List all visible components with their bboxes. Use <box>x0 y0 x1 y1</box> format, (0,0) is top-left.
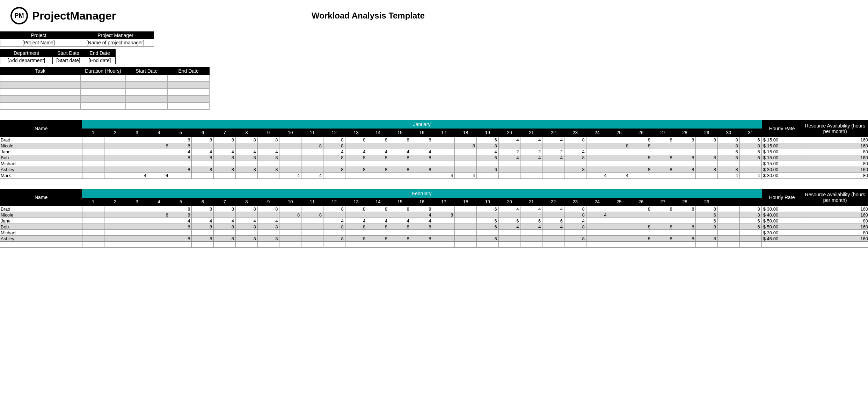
workload-hours-cell[interactable] <box>279 137 301 143</box>
workload-hours-cell[interactable] <box>104 161 126 167</box>
workload-hours-cell[interactable] <box>696 149 718 155</box>
task-cell[interactable] <box>168 82 210 89</box>
workload-hours-cell[interactable] <box>148 137 170 143</box>
workload-hours-cell[interactable]: 8 <box>214 155 236 161</box>
workload-hours-cell[interactable] <box>608 137 630 143</box>
workload-hours-cell[interactable] <box>564 230 586 236</box>
workload-hours-cell[interactable] <box>126 212 148 218</box>
workload-hours-cell[interactable] <box>718 218 740 224</box>
workload-hours-cell[interactable] <box>455 218 477 224</box>
workload-hours-cell[interactable]: 8 <box>257 224 279 230</box>
workload-hours-cell[interactable] <box>477 242 499 248</box>
workload-hours-cell[interactable] <box>520 161 542 167</box>
workload-hours-cell[interactable] <box>104 137 126 143</box>
workload-hours-cell[interactable] <box>630 149 652 155</box>
task-cell[interactable] <box>126 75 168 82</box>
workload-hours-cell[interactable] <box>739 161 761 167</box>
workload-hours-cell[interactable]: 4 <box>542 206 564 212</box>
workload-hours-cell[interactable] <box>718 224 740 230</box>
workload-hours-cell[interactable] <box>323 212 345 218</box>
workload-hours-cell[interactable]: 8 <box>367 206 389 212</box>
workload-hours-cell[interactable] <box>586 161 608 167</box>
workload-hours-cell[interactable] <box>696 173 718 178</box>
workload-hours-cell[interactable]: 8 <box>652 206 674 212</box>
workload-hours-cell[interactable]: 6 <box>520 218 542 224</box>
workload-availability-cell[interactable]: 80 <box>802 218 868 224</box>
workload-name-cell[interactable]: Brad <box>0 137 82 143</box>
workload-hours-cell[interactable]: 8 <box>367 137 389 143</box>
workload-hours-cell[interactable] <box>257 212 279 218</box>
workload-hours-cell[interactable] <box>520 242 542 248</box>
workload-hours-cell[interactable] <box>674 149 696 155</box>
workload-hours-cell[interactable]: 8 <box>214 167 236 173</box>
workload-availability-cell[interactable] <box>802 242 868 248</box>
workload-hours-cell[interactable] <box>345 242 367 248</box>
workload-hours-cell[interactable] <box>411 242 433 248</box>
workload-hours-cell[interactable] <box>235 143 257 149</box>
workload-hours-cell[interactable] <box>586 167 608 173</box>
workload-hours-cell[interactable]: 8 <box>652 167 674 173</box>
workload-hours-cell[interactable]: 8 <box>257 137 279 143</box>
workload-rate-cell[interactable]: $ 30.00 <box>761 167 802 173</box>
workload-hours-cell[interactable] <box>652 218 674 224</box>
workload-hours-cell[interactable]: 8 <box>608 143 630 149</box>
workload-hours-cell[interactable] <box>498 173 520 178</box>
workload-hours-cell[interactable] <box>586 155 608 161</box>
workload-hours-cell[interactable]: 4 <box>192 149 214 155</box>
workload-rate-cell[interactable]: $ 50.00 <box>761 218 802 224</box>
workload-hours-cell[interactable]: 8 <box>214 206 236 212</box>
workload-hours-cell[interactable] <box>433 236 455 242</box>
workload-hours-cell[interactable] <box>608 161 630 167</box>
workload-hours-cell[interactable] <box>192 161 214 167</box>
workload-hours-cell[interactable] <box>520 212 542 218</box>
workload-hours-cell[interactable] <box>564 143 586 149</box>
workload-availability-cell[interactable]: 160 <box>802 155 868 161</box>
workload-hours-cell[interactable] <box>192 212 214 218</box>
workload-hours-cell[interactable] <box>498 242 520 248</box>
workload-hours-cell[interactable]: 8 <box>301 143 323 149</box>
workload-hours-cell[interactable] <box>301 149 323 155</box>
workload-hours-cell[interactable]: 8 <box>389 155 411 161</box>
workload-hours-cell[interactable] <box>214 161 236 167</box>
workload-hours-cell[interactable] <box>126 161 148 167</box>
workload-hours-cell[interactable]: 8 <box>214 224 236 230</box>
workload-hours-cell[interactable] <box>389 173 411 178</box>
workload-hours-cell[interactable]: 8 <box>696 224 718 230</box>
workload-hours-cell[interactable]: 8 <box>214 236 236 242</box>
workload-hours-cell[interactable] <box>411 143 433 149</box>
workload-hours-cell[interactable] <box>718 161 740 167</box>
workload-hours-cell[interactable]: 8 <box>345 155 367 161</box>
workload-hours-cell[interactable]: 8 <box>170 137 192 143</box>
workload-hours-cell[interactable] <box>455 212 477 218</box>
workload-hours-cell[interactable] <box>674 212 696 218</box>
workload-hours-cell[interactable] <box>608 149 630 155</box>
workload-hours-cell[interactable] <box>739 167 761 173</box>
workload-hours-cell[interactable]: 8 <box>389 206 411 212</box>
workload-hours-cell[interactable] <box>279 230 301 236</box>
workload-hours-cell[interactable] <box>411 173 433 178</box>
workload-hours-cell[interactable] <box>148 167 170 173</box>
workload-hours-cell[interactable] <box>367 212 389 218</box>
workload-hours-cell[interactable]: 8 <box>674 155 696 161</box>
workload-hours-cell[interactable]: 4 <box>257 218 279 224</box>
workload-hours-cell[interactable] <box>586 236 608 242</box>
workload-hours-cell[interactable]: 8 <box>564 236 586 242</box>
workload-hours-cell[interactable] <box>542 242 564 248</box>
task-cell[interactable] <box>80 96 126 103</box>
workload-hours-cell[interactable] <box>104 236 126 242</box>
task-cell[interactable] <box>80 103 126 110</box>
workload-hours-cell[interactable]: 4 <box>520 137 542 143</box>
workload-hours-cell[interactable]: 8 <box>323 137 345 143</box>
workload-hours-cell[interactable]: 8 <box>257 167 279 173</box>
workload-hours-cell[interactable]: 6 <box>477 218 499 224</box>
workload-hours-cell[interactable] <box>630 161 652 167</box>
task-cell[interactable] <box>0 82 81 89</box>
workload-hours-cell[interactable] <box>104 167 126 173</box>
workload-hours-cell[interactable]: 8 <box>389 224 411 230</box>
task-cell[interactable] <box>126 103 168 110</box>
workload-hours-cell[interactable] <box>301 155 323 161</box>
workload-hours-cell[interactable] <box>630 212 652 218</box>
workload-hours-cell[interactable]: 4 <box>235 149 257 155</box>
workload-hours-cell[interactable] <box>652 242 674 248</box>
workload-hours-cell[interactable] <box>586 143 608 149</box>
